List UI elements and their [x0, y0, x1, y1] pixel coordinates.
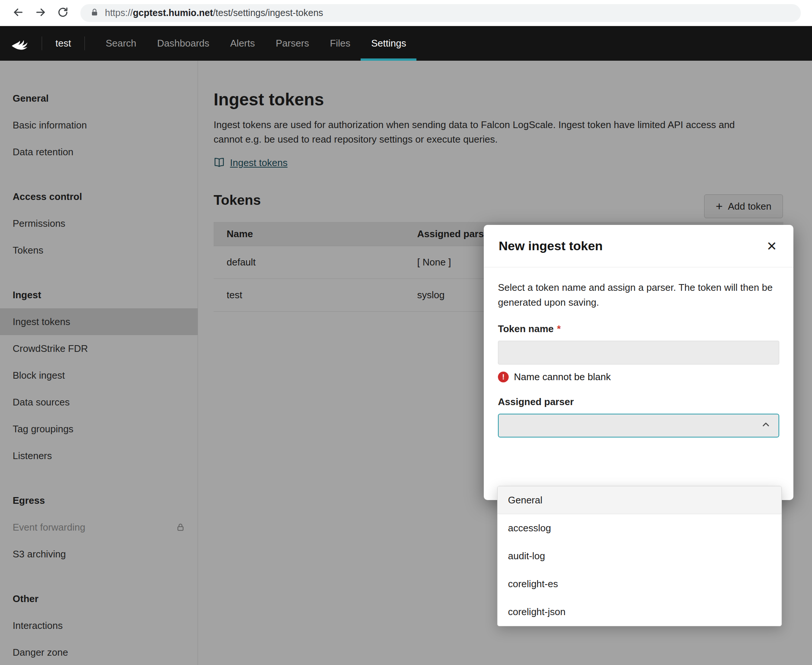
chevron-up-icon: [761, 419, 771, 432]
forward-button[interactable]: [31, 3, 51, 23]
nav-item-parsers[interactable]: Parsers: [265, 26, 320, 61]
dropdown-option-corelight-es[interactable]: corelight-es: [498, 570, 781, 598]
reload-button[interactable]: [53, 3, 73, 23]
close-button[interactable]: ✕: [766, 240, 778, 252]
dropdown-option-audit-log[interactable]: audit-log: [498, 542, 781, 570]
falcon-logo-icon: [10, 34, 34, 53]
assigned-parser-select[interactable]: [498, 414, 779, 437]
back-button[interactable]: [8, 3, 28, 23]
modal-body: Select a token name and assign a parser.…: [484, 267, 793, 437]
repo-name[interactable]: test: [42, 26, 85, 61]
forward-icon: [34, 6, 47, 20]
reload-icon: [57, 7, 69, 20]
app-nav-bar: test Search Dashboards Alerts Parsers Fi…: [0, 26, 812, 61]
dropdown-option-accesslog[interactable]: accesslog: [498, 514, 781, 542]
error-message: Name cannot be blank: [514, 371, 611, 383]
main-menu: Search Dashboards Alerts Parsers Files S…: [95, 26, 417, 61]
nav-item-dashboards[interactable]: Dashboards: [147, 26, 220, 61]
nav-item-settings[interactable]: Settings: [361, 26, 417, 61]
lock-icon: [90, 8, 99, 18]
token-name-input[interactable]: [498, 341, 779, 365]
validation-error: ! Name cannot be blank: [498, 371, 779, 383]
required-marker: *: [557, 323, 561, 335]
close-icon: ✕: [766, 239, 778, 253]
nav-item-search[interactable]: Search: [95, 26, 147, 61]
nav-item-files[interactable]: Files: [320, 26, 361, 61]
nav-item-alerts[interactable]: Alerts: [220, 26, 265, 61]
new-ingest-token-modal: New ingest token ✕ Select a token name a…: [484, 225, 793, 500]
falcon-logo[interactable]: [0, 26, 42, 61]
url-text: https://gcptest.humio.net/test/settings/…: [105, 7, 323, 18]
modal-description: Select a token name and assign a parser.…: [498, 280, 779, 310]
nav-separator: [85, 36, 85, 50]
back-icon: [12, 6, 25, 20]
modal-title: New ingest token: [499, 239, 603, 253]
error-icon: !: [498, 372, 509, 382]
url-bar[interactable]: https://gcptest.humio.net/test/settings/…: [80, 4, 801, 22]
dropdown-option-corelight-json[interactable]: corelight-json: [498, 598, 781, 626]
modal-header: New ingest token ✕: [484, 225, 793, 267]
token-name-label: Token name *: [498, 323, 779, 335]
dropdown-option-general[interactable]: General: [498, 486, 781, 514]
browser-chrome: https://gcptest.humio.net/test/settings/…: [0, 0, 812, 26]
assigned-parser-label: Assigned parser: [498, 396, 779, 408]
parser-dropdown: General accesslog audit-log corelight-es…: [497, 486, 782, 626]
